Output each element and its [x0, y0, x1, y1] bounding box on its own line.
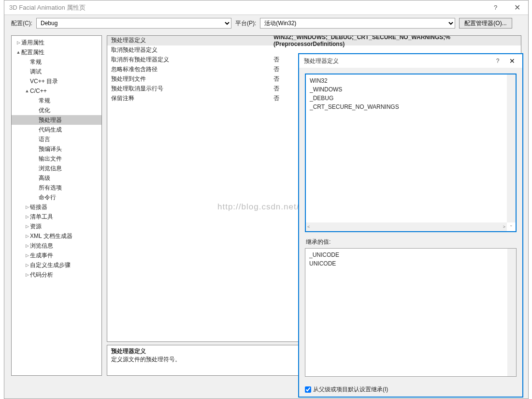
tree-item-label: 资源	[30, 222, 42, 231]
tree-arrow-icon: ▲	[24, 89, 30, 93]
tree-item[interactable]: 调试	[12, 67, 101, 76]
tree-item[interactable]: ▷代码分析	[12, 270, 101, 280]
tree-item[interactable]: ▷自定义生成步骤	[12, 260, 101, 270]
tree-item[interactable]: ▷链接器	[12, 202, 101, 212]
tree-item[interactable]: 代码生成	[12, 125, 101, 134]
tree-item-label: 预处理器	[39, 116, 62, 124]
tree-item[interactable]: ▷浏览信息	[12, 241, 101, 251]
property-name: 忽略标准包含路径	[107, 65, 272, 74]
toolbar: 配置(C): Debug 平台(P): 活动(Win32) 配置管理器(O)..…	[4, 15, 528, 31]
tree-item[interactable]: 预处理器	[12, 115, 101, 125]
tree-item-label: 输出文件	[39, 155, 62, 163]
tree-item-label: 配置属性	[21, 48, 44, 57]
tree-item[interactable]: 高级	[12, 173, 101, 183]
tree-item-label: 优化	[39, 106, 50, 115]
tree-item-label: 浏览信息	[39, 164, 62, 173]
tree-item[interactable]: 常规	[12, 57, 101, 67]
property-name: 预处理到文件	[107, 75, 272, 83]
tree-item-label: 调试	[30, 68, 42, 76]
config-select[interactable]: Debug	[36, 18, 231, 29]
tree-item-label: XML 文档生成器	[30, 232, 72, 240]
popup-body: WIN32 _WINDOWS _DEBUG _CRT_SECURE_NO_WAR…	[299, 68, 522, 383]
tree-item[interactable]: 输出文件	[12, 154, 101, 163]
inherited-label: 继承的值:	[306, 238, 517, 246]
tree-item-label: 浏览信息	[30, 242, 53, 250]
inherited-values-box: _UNICODE UNICODE	[305, 248, 517, 377]
tree-arrow-icon: ▷	[24, 214, 30, 219]
inherit-checkbox-input[interactable]	[305, 386, 311, 393]
help-icon[interactable]: ?	[485, 0, 506, 15]
tree-arrow-icon: ▷	[24, 253, 30, 258]
property-name: 预处理取消显示行号	[107, 85, 272, 93]
close-icon[interactable]: ✕	[506, 0, 528, 15]
tree-item[interactable]: ▲配置属性	[12, 47, 101, 57]
definitions-editor[interactable]: WIN32 _WINDOWS _DEBUG _CRT_SECURE_NO_WAR…	[305, 74, 517, 232]
tree-item[interactable]: ▷清单工具	[12, 212, 101, 222]
inherit-checkbox-label: 从父级或项目默认设置继承(I)	[313, 385, 388, 394]
property-name: 保留注释	[107, 94, 272, 103]
popup-close-icon[interactable]: ✕	[505, 57, 519, 65]
tree-item-label: 预编译头	[39, 145, 62, 153]
tree-arrow-icon: ▷	[24, 205, 30, 209]
tree-item[interactable]: ▷通用属性	[12, 38, 101, 47]
platform-select[interactable]: 活动(Win32)	[260, 18, 455, 29]
tree-item-label: 高级	[39, 174, 50, 182]
tree-item-label: 命令行	[39, 193, 56, 202]
property-value[interactable]: WIN32;_WINDOWS;_DEBUG;_CRT_SECURE_NO_WAR…	[272, 35, 521, 47]
tree-item-label: 通用属性	[21, 39, 44, 47]
property-row[interactable]: 预处理器定义WIN32;_WINDOWS;_DEBUG;_CRT_SECURE_…	[107, 36, 521, 45]
editor-vscroll[interactable]: ⌄	[507, 74, 516, 222]
tree-item[interactable]: VC++ 目录	[12, 76, 101, 86]
tree-item[interactable]: ▷XML 文档生成器	[12, 231, 101, 241]
tree-item[interactable]: 常规	[12, 96, 101, 105]
definitions-text[interactable]: WIN32 _WINDOWS _DEBUG _CRT_SECURE_NO_WAR…	[306, 74, 516, 113]
tree-item[interactable]: ▲C/C++	[12, 86, 101, 96]
config-label: 配置(C):	[11, 19, 32, 28]
tree-arrow-icon: ▲	[15, 50, 21, 55]
tree-arrow-icon: ▷	[15, 40, 21, 45]
popup-titlebar: 预处理器定义 ? ✕	[299, 54, 522, 68]
tree-item[interactable]: 浏览信息	[12, 163, 101, 173]
inherited-vscroll[interactable]	[507, 249, 516, 376]
tree-item-label: 语言	[39, 135, 50, 144]
tree-arrow-icon: ▷	[24, 224, 30, 229]
navigation-tree[interactable]: ▷通用属性▲配置属性常规调试VC++ 目录▲C/C++常规优化预处理器代码生成语…	[11, 35, 102, 376]
preprocessor-popup: 预处理器定义 ? ✕ WIN32 _WINDOWS _DEBUG _CRT_SE…	[298, 53, 523, 398]
tree-arrow-icon: ▷	[24, 243, 30, 248]
inherited-text: _UNICODE UNICODE	[305, 249, 516, 270]
tree-item[interactable]: 所有选项	[12, 183, 101, 192]
platform-label: 平台(P):	[235, 19, 256, 28]
inherit-checkbox[interactable]: 从父级或项目默认设置继承(I)	[305, 385, 388, 394]
tree-arrow-icon: ▷	[24, 263, 30, 267]
tree-item-label: C/C++	[30, 88, 47, 94]
titlebar: 3D Facial Animation 属性页 ? ✕	[4, 0, 528, 15]
tree-item-label: 所有选项	[39, 184, 62, 192]
tree-item-label: 常规	[39, 97, 50, 105]
scroll-left-icon: <	[307, 224, 310, 229]
tree-item-label: 代码分析	[30, 271, 53, 279]
scroll-right-icon: >	[503, 224, 505, 229]
tree-arrow-icon: ▷	[24, 234, 30, 238]
tree-item[interactable]: 优化	[12, 105, 101, 115]
property-name: 预处理器定义	[107, 36, 272, 44]
editor-hscroll[interactable]: < >	[306, 222, 507, 231]
tree-item[interactable]: 预编译头	[12, 144, 101, 154]
tree-item-label: 生成事件	[30, 251, 53, 260]
tree-item-label: 链接器	[30, 203, 47, 211]
window-title: 3D Facial Animation 属性页	[9, 3, 485, 12]
tree-item[interactable]: 命令行	[12, 192, 101, 202]
tree-arrow-icon: ▷	[24, 272, 30, 277]
tree-item[interactable]: ▷资源	[12, 222, 101, 231]
tree-item-label: VC++ 目录	[30, 77, 58, 86]
config-manager-button[interactable]: 配置管理器(O)...	[459, 18, 512, 29]
popup-help-icon[interactable]: ?	[490, 58, 505, 64]
tree-item-label: 常规	[30, 58, 42, 66]
property-name: 取消预处理器定义	[107, 46, 272, 54]
tree-item[interactable]: 语言	[12, 134, 101, 144]
property-name: 取消所有预处理器定义	[107, 56, 272, 64]
tree-item-label: 代码生成	[39, 126, 62, 134]
popup-bottom: 从父级或项目默认设置继承(I)	[299, 383, 522, 394]
popup-title: 预处理器定义	[304, 57, 490, 65]
tree-item-label: 自定义生成步骤	[30, 261, 71, 269]
tree-item[interactable]: ▷生成事件	[12, 251, 101, 260]
